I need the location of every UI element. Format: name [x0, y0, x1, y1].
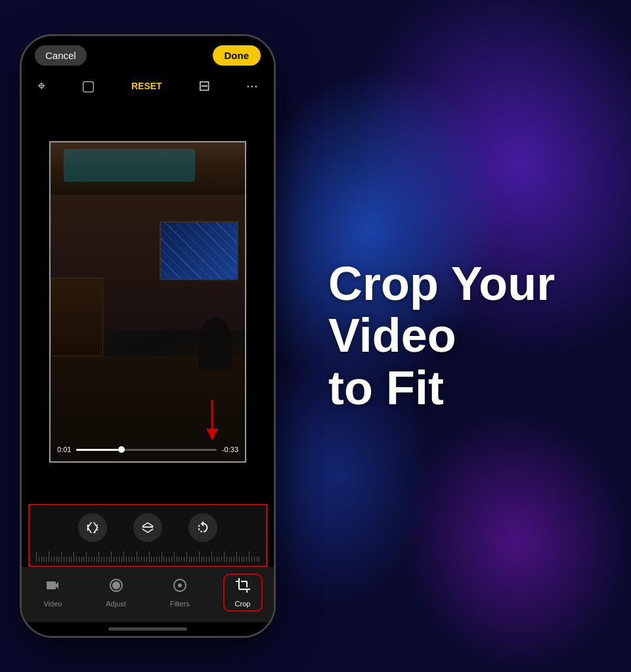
- monitor-lines: [161, 222, 237, 279]
- crop-tab-label: Crop: [235, 600, 251, 608]
- home-indicator: [22, 622, 274, 636]
- reset-button[interactable]: RESET: [131, 81, 162, 91]
- monitor-screen: [161, 222, 237, 279]
- filters-tab-icon: [172, 578, 188, 597]
- scene-cabinet: [51, 278, 103, 356]
- scene-monitor: [160, 221, 238, 280]
- promo-line-2: Video: [328, 309, 456, 362]
- home-indicator-bar: [108, 627, 187, 631]
- bottom-nav: Video Adjust Filte: [22, 567, 274, 622]
- timeline-ticks: [36, 549, 259, 562]
- video-area: 0:01 -0:33: [22, 100, 274, 504]
- time-thumb: [118, 446, 125, 453]
- promo-headline: Crop Your Video to Fit: [328, 258, 598, 414]
- promo-line-1: Crop Your: [328, 257, 555, 310]
- time-end: -0:33: [222, 446, 238, 453]
- promo-text-area: Crop Your Video to Fit: [302, 245, 611, 427]
- tab-filters[interactable]: Filters: [160, 575, 200, 610]
- scene-ceiling-detail: [64, 149, 195, 182]
- layout-icon[interactable]: ⊟: [198, 77, 210, 94]
- phone-mockup: Cancel Done ⌖ ▢ RESET ⊟ ···: [20, 34, 276, 638]
- time-progress[interactable]: [76, 449, 217, 451]
- rotate-button[interactable]: [188, 513, 217, 542]
- video-tab-label: Video: [43, 600, 62, 608]
- timeline-icons-row: [36, 513, 259, 542]
- scene-ceiling: [51, 142, 245, 195]
- phone-inner: Cancel Done ⌖ ▢ RESET ⊟ ···: [22, 36, 274, 636]
- time-start: 0:01: [57, 446, 71, 453]
- video-frame: 0:01 -0:33: [49, 141, 246, 463]
- time-bar: 0:01 -0:33: [57, 446, 238, 453]
- promo-line-3: to Fit: [328, 362, 444, 414]
- tab-crop[interactable]: Crop: [223, 574, 263, 612]
- scene-figure: [199, 317, 232, 369]
- time-progress-fill: [76, 449, 118, 451]
- crop-tab-icon: [235, 578, 251, 597]
- video-tab-icon: [45, 578, 60, 597]
- filters-tab-label: Filters: [170, 600, 190, 608]
- adjust-tab-label: Adjust: [106, 600, 126, 608]
- more-icon[interactable]: ···: [246, 77, 258, 94]
- straighten-icon[interactable]: ⌖: [37, 77, 45, 94]
- top-bar: Cancel Done: [22, 36, 274, 72]
- adjust-tab-icon: [108, 578, 124, 597]
- timeline-strip: [28, 504, 267, 567]
- flip-v-button[interactable]: [133, 513, 162, 542]
- aspect-ratio-icon[interactable]: ▢: [81, 77, 95, 94]
- done-button[interactable]: Done: [213, 45, 261, 66]
- main-content: Cancel Done ⌖ ▢ RESET ⊟ ···: [0, 0, 631, 672]
- tab-video[interactable]: Video: [33, 575, 72, 610]
- flip-h-button[interactable]: [78, 513, 107, 542]
- toolbar-row: ⌖ ▢ RESET ⊟ ···: [22, 72, 274, 100]
- tab-adjust[interactable]: Adjust: [95, 575, 137, 610]
- cancel-button[interactable]: Cancel: [35, 45, 87, 66]
